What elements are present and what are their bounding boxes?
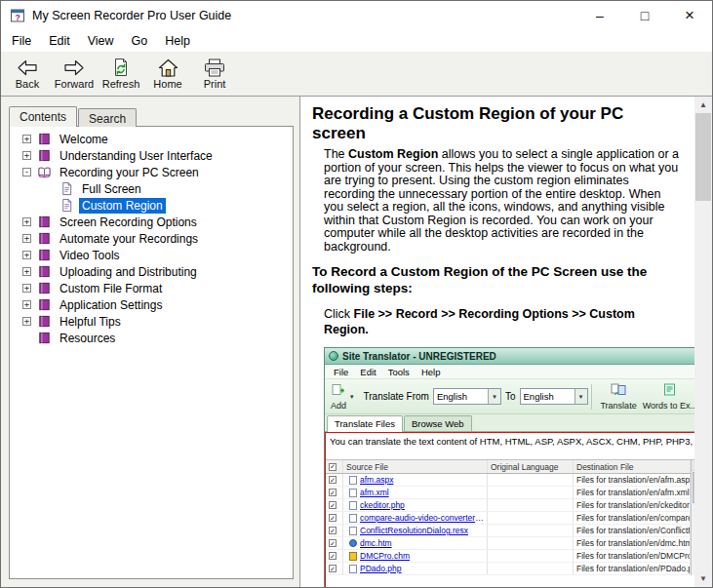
st-window-title: Site Translator - UNREGISTERED xyxy=(342,351,496,362)
combo-arrow-icon: ▾ xyxy=(574,389,587,404)
expand-toggle[interactable]: + xyxy=(22,300,31,309)
book-closed-icon xyxy=(37,297,52,312)
file-icon xyxy=(349,476,357,485)
language-cell xyxy=(488,474,574,486)
back-button[interactable]: Back xyxy=(5,54,50,95)
tree-item-full-screen[interactable]: Full Screen xyxy=(11,180,292,197)
tree-item-recording-your-pc-screen[interactable]: - Recording your PC Screen xyxy=(11,164,292,180)
table-row: ✓ compare-audio-video-converters.asp Fil… xyxy=(326,512,694,525)
tab-contents[interactable]: Contents xyxy=(9,106,77,127)
tree-item-uploading-and-distributing[interactable]: + Uploading and Distributing xyxy=(11,263,292,280)
minimize-button[interactable]: – xyxy=(577,1,622,30)
scrollbar-track[interactable] xyxy=(694,201,712,570)
scroll-up-button[interactable]: ▲ xyxy=(694,97,712,113)
st-menu-help: Help xyxy=(416,367,447,377)
tab-search[interactable]: Search xyxy=(78,108,137,127)
file-link: afm.xml xyxy=(360,488,389,497)
expand-toggle[interactable]: + xyxy=(22,135,31,143)
svg-text:?: ? xyxy=(15,13,20,22)
book-closed-icon xyxy=(37,231,52,246)
language-cell xyxy=(488,563,574,574)
help-window: ? My Screen Recorder Pro User Guide – □ … xyxy=(0,0,713,588)
checkbox-checked-icon: ✓ xyxy=(329,539,337,547)
expand-toggle[interactable]: + xyxy=(22,317,31,326)
destination-cell: Files for translation/en/ConflictResolut… xyxy=(574,525,691,536)
tree-item-resources[interactable]: Resources xyxy=(11,330,292,346)
menu-file[interactable]: File xyxy=(3,31,40,51)
tree-label: Uploading and Distributing xyxy=(57,264,200,280)
tree-label: Custom File Format xyxy=(57,281,165,296)
book-closed-icon xyxy=(37,215,52,229)
section-heading: To Record a Custom Region of the PC Scre… xyxy=(312,263,691,296)
page-title: Recording a Custom Region of your PC scr… xyxy=(312,104,649,143)
language-cell xyxy=(488,499,574,511)
words-label: Words to Ex... xyxy=(643,401,694,411)
file-icon xyxy=(349,514,357,523)
tree-label: Welcome xyxy=(57,132,111,147)
checkbox-checked-icon: ✓ xyxy=(329,565,337,572)
menu-edit[interactable]: Edit xyxy=(40,31,79,51)
book-closed-icon xyxy=(37,314,52,329)
print-icon xyxy=(204,58,225,77)
forward-button[interactable]: Forward xyxy=(52,54,97,95)
tree-label: Application Settings xyxy=(57,297,165,313)
st-tabstrip: Translate Files Browse Web xyxy=(325,414,694,432)
expand-toggle[interactable]: + xyxy=(22,234,31,243)
scrollbar-thumb[interactable] xyxy=(695,113,711,201)
back-icon xyxy=(17,58,38,77)
tree-item-video-tools[interactable]: + Video Tools xyxy=(11,247,292,263)
tree-item-welcome[interactable]: + Welcome xyxy=(11,131,292,147)
refresh-icon xyxy=(111,58,131,77)
close-button[interactable]: × xyxy=(667,1,712,30)
menu-view[interactable]: View xyxy=(79,31,123,51)
expand-toggle[interactable]: + xyxy=(22,267,31,276)
tree-item-understanding-user-interface[interactable]: + Understanding User Interface xyxy=(11,147,292,164)
menu-help[interactable]: Help xyxy=(156,31,199,51)
translate-icon xyxy=(611,382,626,400)
st-tab-translate-files: Translate Files xyxy=(327,415,403,432)
st-titlebar: Site Translator - UNREGISTERED xyxy=(325,348,694,365)
book-closed-icon xyxy=(37,281,52,295)
file-link: compare-audio-video-converters.asp xyxy=(360,513,484,523)
expand-toggle[interactable]: + xyxy=(22,151,31,160)
expand-toggle[interactable]: + xyxy=(22,217,31,226)
table-row: ✓ dmc.htm Files for translation/en/dmc.h… xyxy=(326,537,694,550)
file-link: ConflictResolutionDialog.resx xyxy=(360,526,468,535)
print-button[interactable]: Print xyxy=(192,54,237,95)
tree-item-custom-file-format[interactable]: + Custom File Format xyxy=(11,280,292,296)
tree-item-helpful-tips[interactable]: + Helpful Tips xyxy=(11,313,292,330)
tree-item-application-settings[interactable]: + Application Settings xyxy=(11,296,292,313)
scroll-down-button[interactable]: ▼ xyxy=(694,570,712,587)
expand-toggle[interactable]: + xyxy=(22,284,31,293)
tree-label: Resources xyxy=(57,331,118,346)
forward-icon xyxy=(63,58,85,77)
menubar: File Edit View Go Help xyxy=(1,30,712,52)
refresh-button[interactable]: Refresh xyxy=(99,54,143,95)
checkbox-checked-icon: ✓ xyxy=(329,527,337,534)
table-row: ✓ PDado.php Files for translation/en/PDa… xyxy=(326,563,694,575)
tree-item-automate-your-recordings[interactable]: + Automate your Recordings xyxy=(11,230,292,247)
st-menu-tools: Tools xyxy=(382,367,416,377)
to-language-select: English ▾ xyxy=(520,388,588,405)
st-toolbar: Add ▾ Translate From English ▾ To Englis… xyxy=(325,379,694,414)
home-button[interactable]: Home xyxy=(145,54,190,95)
step-text: Click xyxy=(324,307,354,321)
paragraph-bold-text: Custom Region xyxy=(348,147,438,161)
book-closed-icon xyxy=(37,331,52,345)
expand-toggle[interactable]: + xyxy=(22,251,31,259)
tree-label-selected: Custom Region xyxy=(79,198,166,214)
st-file-table: ✓ Source File Original Language Destinat… xyxy=(326,459,694,575)
content-scrollbar[interactable]: ▲ ▼ xyxy=(694,97,712,587)
menu-go[interactable]: Go xyxy=(123,31,157,51)
tree-item-custom-region[interactable]: Custom Region xyxy=(11,197,292,214)
st-menubar: File Edit Tools Help xyxy=(325,365,694,379)
language-cell xyxy=(488,512,574,524)
table-row: ✓ DMCPro.chm Files for translation/en/DM… xyxy=(326,550,694,563)
col-destination-file: Destination File xyxy=(574,460,691,473)
st-menu-edit: Edit xyxy=(354,367,381,377)
from-label: Translate From xyxy=(364,391,429,402)
maximize-button[interactable]: □ xyxy=(622,1,667,30)
expand-toggle[interactable]: - xyxy=(22,168,31,176)
translate-label: Translate xyxy=(600,401,636,411)
tree-item-screen-recording-options[interactable]: + Screen Recording Options xyxy=(11,214,292,230)
